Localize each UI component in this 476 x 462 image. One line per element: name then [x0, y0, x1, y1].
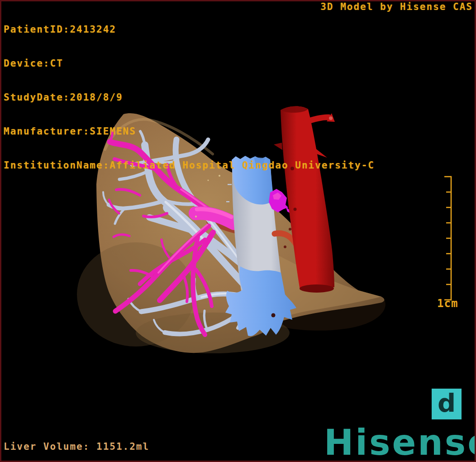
liver-volume-readout: Liver Volume: 1151.2ml — [4, 441, 149, 452]
d-badge: d — [432, 389, 462, 419]
metadata-line-patient-id: PatientID:2413242 — [4, 24, 375, 35]
page-title: 3D Model by Hisense CAS — [320, 1, 473, 13]
metadata-line-manufacturer: Manufacturer:SIEMENS — [4, 126, 375, 137]
speck-dash — [226, 201, 229, 202]
ivc-flare-hole — [271, 313, 276, 318]
d-badge-letter: d — [438, 390, 456, 418]
metadata-line-device: Device:CT — [4, 58, 375, 69]
viewer-screen: PatientID:2413242 Device:CT StudyDate:20… — [0, 0, 476, 462]
scale-ruler — [443, 175, 454, 303]
aorta-dimple — [289, 228, 291, 231]
speck — [195, 216, 197, 217]
patient-metadata: PatientID:2413242 Device:CT StudyDate:20… — [4, 1, 375, 194]
aorta-bottom-cap — [300, 284, 334, 293]
scale-label: 1cm — [437, 297, 458, 310]
aorta-dimple — [284, 245, 286, 248]
metadata-line-study-date: StudyDate:2018/8/9 — [4, 92, 375, 103]
aorta-dimple — [294, 208, 297, 211]
metadata-line-institution: InstitutionName:Affiliated Hospital Qing… — [4, 160, 375, 171]
hisense-logo: Hisense — [324, 425, 476, 460]
